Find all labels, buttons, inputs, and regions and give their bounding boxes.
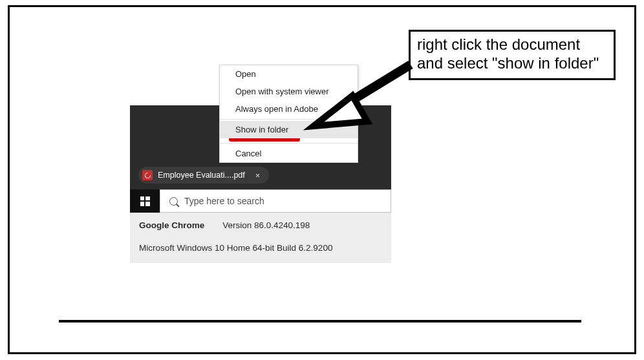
- windows-taskbar: Type here to search: [130, 189, 391, 213]
- download-item[interactable]: Employee Evaluati....pdf ×: [138, 167, 269, 184]
- menu-divider: [220, 143, 358, 143]
- horizontal-rule: [59, 320, 581, 323]
- search-icon: [169, 197, 178, 206]
- close-icon[interactable]: ×: [255, 171, 261, 180]
- browser-name: Google Chrome: [139, 220, 204, 230]
- menu-item-always-adobe[interactable]: Always open in Adobe: [220, 100, 358, 118]
- download-filename: Employee Evaluati....pdf: [158, 171, 245, 180]
- menu-item-open-system[interactable]: Open with system viewer: [220, 83, 358, 100]
- menu-item-cancel[interactable]: Cancel: [220, 145, 358, 162]
- browser-version: Version 86.0.4240.198: [222, 220, 310, 230]
- os-info: Microsoft Windows 10 Home 64-bit Build 6…: [139, 243, 382, 253]
- menu-item-show-in-folder[interactable]: Show in folder: [220, 121, 358, 138]
- context-menu: Open Open with system viewer Always open…: [219, 65, 358, 163]
- instruction-callout: right click the document and select "sho…: [409, 30, 616, 80]
- taskbar-search[interactable]: Type here to search: [160, 189, 391, 213]
- menu-divider: [220, 119, 358, 120]
- callout-text: right click the document and select "sho…: [417, 36, 599, 72]
- start-button[interactable]: [130, 189, 160, 213]
- system-info-panel: Google Chrome Version 86.0.4240.198 Micr…: [130, 213, 391, 263]
- search-placeholder: Type here to search: [184, 196, 264, 206]
- menu-item-open[interactable]: Open: [220, 65, 358, 83]
- windows-icon: [140, 196, 150, 206]
- pdf-icon: [142, 170, 153, 180]
